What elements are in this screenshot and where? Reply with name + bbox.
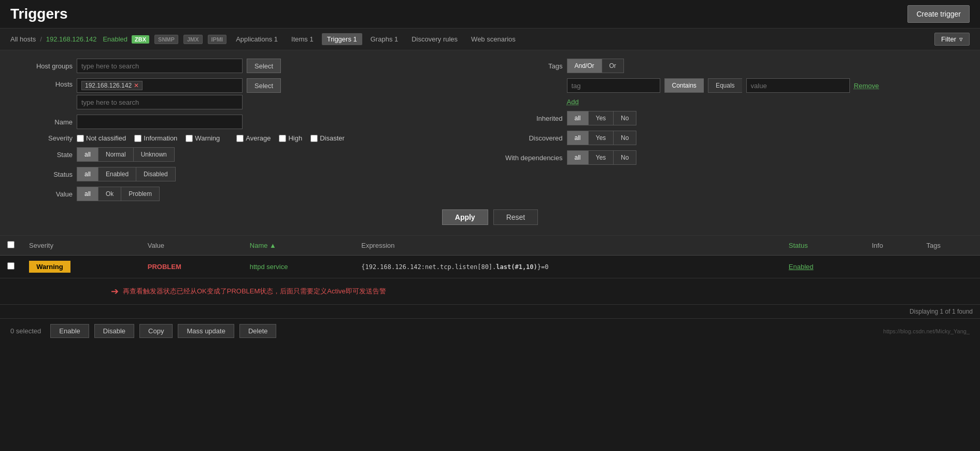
mass-update-button[interactable]: Mass update [178, 324, 234, 338]
inherited-yes-button[interactable]: Yes [588, 111, 614, 125]
tab-applications[interactable]: Applications 1 [231, 33, 283, 45]
tab-triggers[interactable]: Triggers 1 [322, 33, 362, 45]
row-status-cell: Enabled [782, 256, 864, 278]
expression-text: {192.168.126.142:net.tcp.listen[80].last… [361, 263, 548, 271]
status-enabled-button[interactable]: Enabled [98, 167, 136, 181]
page-title: Triggers [10, 6, 67, 22]
discovered-yes-button[interactable]: Yes [588, 131, 614, 145]
annotation-cell: ➔ 再查看触发器状态已经从OK变成了PROBLEM状态，后面只需要定义Activ… [0, 278, 980, 305]
state-row: State all Normal Unknown [10, 147, 480, 162]
with-deps-toggle-group: all Yes No [567, 150, 637, 165]
tag-input-row: Contains Equals Remove [501, 78, 970, 93]
tag-name-input[interactable] [567, 78, 660, 93]
annotation-container: ➔ 再查看触发器状态已经从OK变成了PROBLEM状态，后面只需要定义Activ… [111, 284, 973, 299]
add-tag-link[interactable]: Add [567, 98, 579, 106]
hosts-search-input[interactable] [77, 95, 243, 109]
tab-graphs[interactable]: Graphs 1 [365, 33, 403, 45]
host-tag-remove[interactable]: ✕ [134, 82, 139, 89]
state-unknown-button[interactable]: Unknown [133, 147, 175, 162]
disable-button[interactable]: Disable [94, 324, 134, 338]
col-header-info: Info [864, 236, 919, 256]
hosts-select-button[interactable]: Select [247, 78, 281, 93]
inherited-label: Inherited [501, 115, 563, 122]
discovered-no-button[interactable]: No [613, 131, 636, 145]
value-all-button[interactable]: all [77, 187, 98, 201]
col-header-expression: Expression [354, 236, 782, 256]
row-name-cell: httpd service [243, 256, 354, 278]
value-problem-button[interactable]: Problem [121, 187, 160, 201]
host-groups-row: Host groups Select [10, 59, 480, 73]
create-trigger-button[interactable]: Create trigger [907, 5, 970, 23]
badge-ipmi: IPMI [208, 35, 227, 44]
status-all-button[interactable]: all [77, 167, 98, 181]
displaying-count: Displaying 1 of 1 found [0, 305, 980, 318]
state-all-button[interactable]: all [77, 147, 98, 162]
filter-right: Tags And/Or Or Contains Equals Remove Ad… [501, 59, 970, 201]
severity-high-checkbox[interactable] [279, 135, 286, 142]
tags-label: Tags [501, 62, 563, 70]
tab-web-scenarios[interactable]: Web scenarios [466, 33, 521, 45]
status-disabled-button[interactable]: Disabled [136, 167, 176, 181]
discovered-all-button[interactable]: all [567, 131, 588, 145]
nav-host-status: Enabled [103, 35, 127, 43]
name-input[interactable] [77, 115, 243, 129]
severity-not-classified-checkbox[interactable] [77, 135, 84, 142]
severity-warning-checkbox[interactable] [186, 135, 193, 142]
col-header-name[interactable]: Name ▲ [243, 236, 354, 256]
row-expression-cell: {192.168.126.142:net.tcp.listen[80].last… [354, 256, 782, 278]
filter-button[interactable]: Filter ▿ [934, 33, 970, 46]
reset-button[interactable]: Reset [493, 209, 538, 225]
host-groups-input[interactable] [77, 59, 243, 73]
severity-row: Severity Not classified Information Warn… [10, 134, 480, 142]
inherited-no-button[interactable]: No [613, 111, 636, 125]
delete-button[interactable]: Delete [239, 324, 277, 338]
severity-not-classified: Not classified [77, 134, 126, 142]
severity-information-checkbox[interactable] [134, 135, 141, 142]
value-ok-button[interactable]: Ok [98, 187, 121, 201]
nav-bar: All hosts / 192.168.126.142 Enabled ZBX … [0, 29, 980, 50]
col-header-status: Status [782, 236, 864, 256]
discovered-toggle-group: all Yes No [567, 131, 637, 145]
value-row: Value all Ok Problem [10, 187, 480, 201]
host-groups-select-button[interactable]: Select [247, 59, 281, 73]
tag-equals-button[interactable]: Equals [708, 78, 742, 93]
severity-badge: Warning [29, 261, 70, 273]
row-checkbox[interactable] [7, 262, 15, 270]
tag-value-input[interactable] [746, 78, 850, 93]
tab-items[interactable]: Items 1 [286, 33, 319, 45]
inherited-all-button[interactable]: all [567, 111, 588, 125]
host-tag: 192.168.126.142 ✕ [81, 81, 143, 90]
tab-discovery-rules[interactable]: Discovery rules [406, 33, 463, 45]
triggers-table: Severity Value Name ▲ Expression Status … [0, 236, 980, 305]
with-deps-no-button[interactable]: No [613, 150, 636, 165]
severity-high-label: High [288, 134, 302, 142]
tag-contains-button[interactable]: Contains [664, 78, 704, 93]
col-header-tags: Tags [919, 236, 980, 256]
enable-button[interactable]: Enable [50, 324, 89, 338]
status-enabled-link[interactable]: Enabled [789, 263, 814, 271]
with-deps-all-button[interactable]: all [567, 150, 588, 165]
copy-button[interactable]: Copy [139, 324, 173, 338]
tag-remove-link[interactable]: Remove [854, 82, 879, 90]
selected-count: 0 selected [10, 327, 41, 335]
badge-jmx: JMX [183, 35, 203, 44]
trigger-name-link[interactable]: httpd service [250, 263, 288, 271]
table-row: Warning PROBLEM httpd service {192.168.1… [0, 256, 980, 278]
select-all-checkbox[interactable] [7, 241, 15, 248]
state-normal-button[interactable]: Normal [98, 147, 133, 162]
with-deps-yes-button[interactable]: Yes [588, 150, 614, 165]
severity-average-checkbox[interactable] [236, 135, 244, 142]
table-section: Severity Value Name ▲ Expression Status … [0, 236, 980, 318]
row-severity-cell: Warning [22, 256, 140, 278]
tags-andor-button[interactable]: And/Or [567, 59, 602, 73]
annotation-row: ➔ 再查看触发器状态已经从OK变成了PROBLEM状态，后面只需要定义Activ… [0, 278, 980, 305]
apply-button[interactable]: Apply [442, 209, 488, 225]
action-row: Apply Reset [10, 209, 970, 225]
tags-or-button[interactable]: Or [602, 59, 624, 73]
nav-all-hosts[interactable]: All hosts [10, 35, 36, 43]
row-value-cell: PROBLEM [140, 256, 243, 278]
value-badge: PROBLEM [148, 263, 181, 271]
severity-average: Average [236, 134, 271, 142]
filter-icon: ▿ [959, 35, 963, 43]
severity-disaster-checkbox[interactable] [310, 135, 318, 142]
